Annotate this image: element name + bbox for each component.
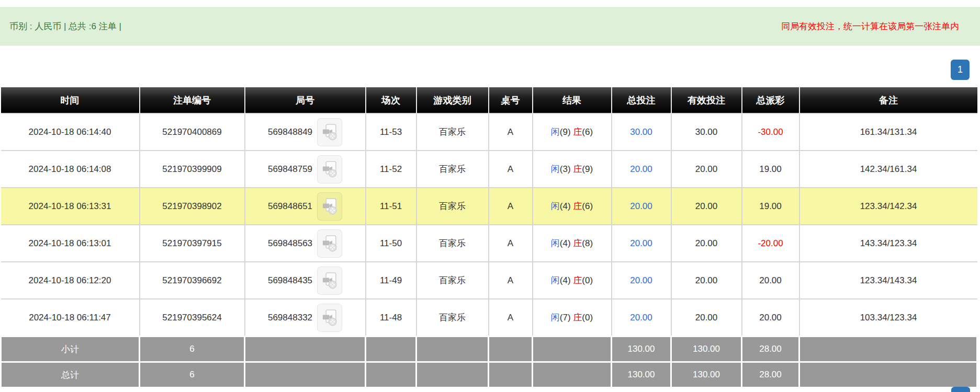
cell-bet-id: 521970399909 — [140, 151, 245, 188]
cell-bet-id: 521970396692 — [140, 262, 245, 299]
cell-remark: 142.34/161.34 — [799, 151, 977, 188]
currency-summary-text: 币别 : 人民币 | 总共 :6 注单 | — [9, 20, 121, 32]
video-replay-icon[interactable] — [317, 229, 342, 258]
bet-records-page: { "notice_bar": { "left_text": "币别 : 人民币… — [0, 0, 980, 392]
cell-valid-bet: 20.00 — [671, 225, 742, 262]
cell-result: 闲(9) 庄(6) — [533, 113, 612, 151]
cell-bet-id: 521970395624 — [140, 299, 245, 337]
valid-bet-notice-text: 同局有效投注，统一计算在该局第一张注单内 — [781, 20, 959, 32]
table-header-row: 时间注单编号局号场次游戏类别桌号结果总投注有效投注总派彩备注 — [1, 87, 977, 113]
notice-bar: 币别 : 人民币 | 总共 :6 注单 | 同局有效投注，统一计算在该局第一张注… — [0, 7, 980, 45]
result-text: 闲(9) 庄(6) — [551, 127, 593, 137]
cell-bet-id: 521970397915 — [140, 225, 245, 262]
cell-session: 11-48 — [366, 299, 416, 337]
column-header-2: 局号 — [245, 87, 366, 113]
cell-result: 闲(7) 庄(0) — [533, 299, 612, 337]
cell-result: 闲(4) 庄(6) — [533, 188, 612, 225]
summary-count: 6 — [140, 362, 245, 388]
cell-valid-bet: 20.00 — [671, 151, 742, 188]
cell-payout: -30.00 — [742, 113, 799, 151]
cell-total-bet: 30.00 — [612, 113, 671, 151]
cell-payout: 19.00 — [742, 188, 799, 225]
cell-table-no: A — [489, 299, 533, 337]
round-number: 569848332 — [268, 313, 312, 323]
summary-empty-cell — [799, 337, 977, 362]
column-header-4: 游戏类别 — [416, 87, 489, 113]
column-header-7: 总投注 — [612, 87, 671, 113]
summary-payout: 28.00 — [742, 362, 799, 388]
summary-count: 6 — [140, 337, 245, 362]
cell-time: 2024-10-18 06:13:01 — [1, 225, 140, 262]
video-replay-icon[interactable] — [317, 267, 342, 295]
cell-time: 2024-10-18 06:14:40 — [1, 113, 140, 151]
summary-valid-bet: 130.00 — [671, 362, 742, 388]
cell-result: 闲(4) 庄(8) — [533, 225, 612, 262]
summary-empty-cell — [533, 337, 612, 362]
cell-game-type: 百家乐 — [416, 262, 489, 299]
cell-round-id: 569848563 — [245, 225, 366, 262]
cell-round-id: 569848435 — [245, 262, 366, 299]
cell-time: 2024-10-18 06:14:08 — [1, 151, 140, 188]
cell-total-bet: 20.00 — [612, 188, 671, 225]
cell-bet-id: 521970398902 — [140, 188, 245, 225]
cell-valid-bet: 30.00 — [671, 113, 742, 151]
page-1-button[interactable]: 1 — [951, 60, 970, 80]
cell-total-bet: 20.00 — [612, 225, 671, 262]
table-row: 2024-10-18 06:14:08521970399909569848759… — [1, 151, 977, 188]
cell-round-id: 569848849 — [245, 113, 366, 151]
column-header-8: 有效投注 — [671, 87, 742, 113]
page-1-button-bottom[interactable]: 1 — [951, 387, 970, 392]
summary-payout: 28.00 — [742, 337, 799, 362]
cell-round-id: 569848332 — [245, 299, 366, 337]
bet-records-table: 时间注单编号局号场次游戏类别桌号结果总投注有效投注总派彩备注 2024-10-1… — [0, 87, 978, 388]
round-number: 569848651 — [268, 201, 312, 212]
result-text: 闲(7) 庄(0) — [551, 313, 593, 322]
cell-remark: 103.34/123.34 — [799, 299, 977, 337]
video-replay-icon[interactable] — [317, 155, 342, 183]
cell-remark: 123.34/142.34 — [799, 188, 977, 225]
cell-result: 闲(4) 庄(0) — [533, 262, 612, 299]
summary-empty-cell — [366, 362, 416, 388]
video-replay-icon[interactable] — [317, 118, 342, 146]
round-number: 569848435 — [268, 275, 312, 286]
cell-table-no: A — [489, 113, 533, 151]
video-replay-icon[interactable] — [317, 192, 342, 221]
cell-remark: 123.34/143.34 — [799, 262, 977, 299]
cell-table-no: A — [489, 225, 533, 262]
summary-empty-cell — [799, 362, 977, 388]
column-header-3: 场次 — [366, 87, 416, 113]
cell-round-id: 569848759 — [245, 151, 366, 188]
cell-payout: -20.00 — [742, 225, 799, 262]
summary-empty-cell — [416, 337, 489, 362]
cell-table-no: A — [489, 188, 533, 225]
cell-valid-bet: 20.00 — [671, 262, 742, 299]
cell-time: 2024-10-18 06:12:20 — [1, 262, 140, 299]
cell-round-id: 569848651 — [245, 188, 366, 225]
result-text: 闲(3) 庄(9) — [551, 164, 593, 174]
cell-total-bet: 20.00 — [612, 299, 671, 337]
table-row: 2024-10-18 06:11:47521970395624569848332… — [1, 299, 977, 337]
cell-remark: 161.34/131.34 — [799, 113, 977, 151]
column-header-6: 结果 — [533, 87, 612, 113]
summary-empty-cell — [245, 362, 366, 388]
table-row: 2024-10-18 06:12:20521970396692569848435… — [1, 262, 977, 299]
summary-empty-cell — [489, 337, 533, 362]
table-body: 2024-10-18 06:14:40521970400869569848849… — [1, 113, 977, 388]
cell-game-type: 百家乐 — [416, 113, 489, 151]
column-header-5: 桌号 — [489, 87, 533, 113]
round-number: 569848563 — [268, 238, 312, 249]
cell-table-no: A — [489, 151, 533, 188]
result-text: 闲(4) 庄(0) — [551, 275, 593, 285]
video-replay-icon[interactable] — [317, 304, 342, 332]
cell-session: 11-50 — [366, 225, 416, 262]
summary-label: 总计 — [1, 362, 140, 388]
cell-session: 11-53 — [366, 113, 416, 151]
cell-total-bet: 20.00 — [612, 151, 671, 188]
round-number: 569848759 — [268, 164, 312, 175]
cell-time: 2024-10-18 06:11:47 — [1, 299, 140, 337]
cell-game-type: 百家乐 — [416, 151, 489, 188]
column-header-9: 总派彩 — [742, 87, 799, 113]
cell-payout: 19.00 — [742, 151, 799, 188]
cell-session: 11-52 — [366, 151, 416, 188]
table-row: 2024-10-18 06:14:40521970400869569848849… — [1, 113, 977, 151]
